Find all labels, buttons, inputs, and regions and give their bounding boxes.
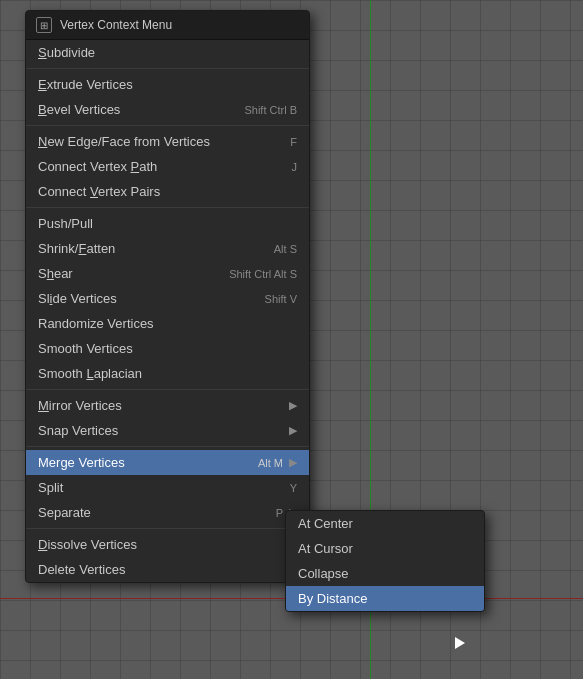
menu-item-label: Dissolve Vertices [38,537,137,552]
menu-item-separate[interactable]: Separate P ▶ [26,500,309,525]
menu-item-label: Randomize Vertices [38,316,154,331]
separator-4 [26,389,309,390]
menu-item-label: Delete Vertices [38,562,125,577]
menu-item-label: Connect Vertex Path [38,159,157,174]
menu-item-smooth-laplacian[interactable]: Smooth Laplacian [26,361,309,386]
separator-3 [26,207,309,208]
submenu-item-at-center[interactable]: At Center [286,511,484,536]
menu-item-bevel-vertices[interactable]: Bevel Vertices Shift Ctrl B [26,97,309,122]
menu-item-label: Extrude Vertices [38,77,133,92]
shortcut-bevel: Shift Ctrl B [244,104,297,116]
menu-item-label: Merge Vertices [38,455,125,470]
shortcut-merge: Alt M [258,457,283,469]
menu-item-label: Push/Pull [38,216,93,231]
submenu-item-collapse[interactable]: Collapse [286,561,484,586]
separator-5 [26,446,309,447]
shortcut-slide: Shift V [265,293,297,305]
submenu-arrow-snap: ▶ [289,424,297,437]
menu-item-label: Slide Vertices [38,291,117,306]
menu-item-label: Smooth Vertices [38,341,133,356]
menu-item-connect-vertex-path[interactable]: Connect Vertex Path J [26,154,309,179]
submenu-arrow-mirror: ▶ [289,399,297,412]
cursor-arrow-icon [455,637,465,649]
shortcut-shear: Shift Ctrl Alt S [229,268,297,280]
menu-item-label: Snap Vertices [38,423,118,438]
menu-header: ⊞ Vertex Context Menu [26,11,309,40]
menu-item-extrude-vertices[interactable]: Extrude Vertices [26,72,309,97]
menu-item-randomize-vertices[interactable]: Randomize Vertices [26,311,309,336]
submenu-arrow-merge: ▶ [289,456,297,469]
menu-item-delete-vertices[interactable]: Delete Vertices [26,557,309,582]
menu-item-dissolve-vertices[interactable]: Dissolve Vertices [26,532,309,557]
menu-item-label: Separate [38,505,91,520]
menu-item-connect-vertex-pairs[interactable]: Connect Vertex Pairs [26,179,309,204]
separator-6 [26,528,309,529]
menu-title: Vertex Context Menu [60,18,172,32]
menu-item-shear[interactable]: Shear Shift Ctrl Alt S [26,261,309,286]
menu-item-smooth-vertices[interactable]: Smooth Vertices [26,336,309,361]
separator-1 [26,68,309,69]
menu-item-label: Smooth Laplacian [38,366,142,381]
menu-item-slide-vertices[interactable]: Slide Vertices Shift V [26,286,309,311]
shortcut-shrink: Alt S [274,243,297,255]
submenu-item-by-distance[interactable]: By Distance [286,586,484,611]
separator-2 [26,125,309,126]
menu-item-label: Connect Vertex Pairs [38,184,160,199]
header-icon: ⊞ [36,17,52,33]
menu-item-label: Bevel Vertices [38,102,120,117]
menu-item-label: New Edge/Face from Vertices [38,134,210,149]
menu-item-mirror-vertices[interactable]: Mirror Vertices ▶ [26,393,309,418]
menu-item-shrink-fatten[interactable]: Shrink/Fatten Alt S [26,236,309,261]
menu-item-split[interactable]: Split Y [26,475,309,500]
menu-item-label: Mirror Vertices [38,398,122,413]
merge-vertices-submenu: At Center At Cursor Collapse By Distance [285,510,485,612]
menu-item-new-edge-face[interactable]: New Edge/Face from Vertices F [26,129,309,154]
menu-item-subdivide[interactable]: Subdivide [26,40,309,65]
submenu-item-label: By Distance [298,591,367,606]
menu-item-merge-vertices[interactable]: Merge Vertices Alt M ▶ [26,450,309,475]
menu-item-label: Shrink/Fatten [38,241,115,256]
menu-item-label: Shear [38,266,73,281]
submenu-item-label: At Center [298,516,353,531]
shortcut-connect-path: J [292,161,298,173]
submenu-item-label: Collapse [298,566,349,581]
menu-item-snap-vertices[interactable]: Snap Vertices ▶ [26,418,309,443]
menu-item-label: Split [38,480,63,495]
shortcut-new-edge: F [290,136,297,148]
submenu-item-at-cursor[interactable]: At Cursor [286,536,484,561]
shortcut-separate: P [276,507,283,519]
menu-item-label: Subdivide [38,45,95,60]
vertex-context-menu: ⊞ Vertex Context Menu Subdivide Extrude … [25,10,310,583]
shortcut-split: Y [290,482,297,494]
submenu-item-label: At Cursor [298,541,353,556]
menu-item-push-pull[interactable]: Push/Pull [26,211,309,236]
